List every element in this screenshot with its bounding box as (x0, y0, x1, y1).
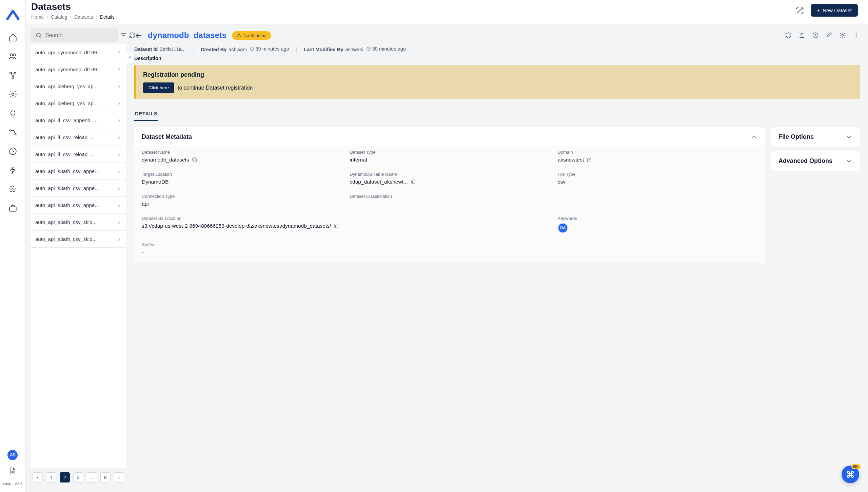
page-1[interactable]: 1 (46, 472, 56, 482)
copy-icon[interactable] (411, 179, 416, 185)
user-avatar[interactable]: AS (7, 450, 18, 460)
gear-icon[interactable] (8, 90, 18, 99)
prediction-icon[interactable] (8, 109, 18, 118)
registration-banner: Registration pending Click here to conti… (134, 65, 860, 99)
card-title: Advanced Options (778, 157, 832, 165)
page-8[interactable]: 8 (100, 472, 111, 482)
crumb-datasets[interactable]: Datasets (74, 14, 93, 20)
breadcrumb: Home › Catalog › Datasets › Details (31, 14, 115, 20)
search-input[interactable] (45, 32, 113, 38)
app-logo (5, 7, 21, 23)
page-...[interactable]: ... (87, 472, 97, 482)
sync-icon[interactable] (785, 32, 792, 39)
external-link-icon[interactable] (587, 157, 592, 163)
page-2[interactable]: 2 (60, 472, 70, 482)
page-prev[interactable]: ‹ (33, 472, 43, 482)
keyword-chip[interactable]: OA (558, 223, 568, 233)
chevron-up-icon (751, 134, 757, 140)
list-item[interactable]: auto_api_s3ath_csv_skip... (31, 214, 126, 231)
settings-gear-icon[interactable] (839, 32, 846, 39)
svg-rect-21 (412, 181, 415, 184)
clock-icon (250, 46, 254, 51)
chevron-right-icon (117, 101, 121, 106)
field-label: Connection Type (142, 194, 341, 199)
users-icon[interactable] (8, 52, 18, 61)
field-label: Keywords (558, 216, 757, 221)
target-location-value: DynamoDB (142, 179, 341, 185)
refresh-icon[interactable] (129, 31, 136, 39)
chevron-right-icon (117, 169, 121, 174)
banner-title: Registration pending (143, 71, 852, 78)
briefcase-icon[interactable] (8, 204, 18, 213)
chevron-right-icon (117, 220, 121, 225)
chevron-right-icon (117, 67, 121, 72)
command-fab[interactable]: 99+ (842, 466, 859, 483)
svg-point-17 (856, 36, 857, 37)
banner-text: to continue Dataset registration (178, 85, 253, 91)
svg-point-16 (856, 35, 857, 36)
history-icon[interactable] (812, 32, 819, 39)
page-title: Datasets (31, 1, 115, 12)
svg-rect-20 (194, 159, 196, 162)
modified-time: 39 minutes ago (372, 46, 406, 52)
list-item[interactable]: auto_api_iceberg_yes_ap... (31, 95, 126, 112)
advanced-options-toggle[interactable]: Advanced Options (771, 151, 860, 171)
water-icon[interactable] (8, 185, 18, 194)
more-icon[interactable] (852, 32, 860, 39)
svg-point-11 (13, 186, 14, 187)
copy-icon[interactable] (334, 223, 339, 229)
svg-point-1 (13, 54, 16, 56)
new-dataset-button[interactable]: + New Dataset (811, 4, 858, 17)
crumb-home[interactable]: Home (31, 14, 44, 20)
chevron-right-icon (117, 84, 121, 89)
filter-icon[interactable] (120, 31, 127, 39)
pagination: ‹ 123...8 › (31, 468, 126, 487)
dataset-name-value: dynamodb_datasets (142, 157, 189, 163)
clock-icon[interactable] (8, 147, 18, 156)
chevron-right-icon: › (96, 14, 97, 20)
fab-badge: 99+ (851, 464, 861, 469)
tab-details[interactable]: DETAILS (134, 107, 158, 121)
banner-click-here-button[interactable]: Click here (143, 82, 174, 93)
svg-rect-22 (336, 225, 338, 228)
list-item[interactable]: auto_api_s3ath_csv_appe... (31, 163, 126, 180)
list-item[interactable]: auto_api_s3ath_csv_appe... (31, 180, 126, 197)
list-item[interactable]: auto_api_lf_csv_reload_... (31, 146, 126, 163)
document-icon[interactable] (8, 466, 17, 476)
bolt-icon[interactable] (8, 166, 18, 175)
field-label: Dataset S3 Location (142, 216, 550, 221)
dataset-title: dynamodb_datasets (148, 31, 226, 40)
list-item[interactable]: auto_api_dynamodb_dt169... (31, 44, 126, 61)
svg-point-4 (12, 77, 14, 78)
svg-point-8 (15, 133, 16, 135)
field-label: Dataset Classification (350, 194, 549, 199)
network-icon[interactable] (8, 71, 18, 80)
file-options-toggle[interactable]: File Options (771, 127, 860, 147)
crumb-catalog[interactable]: Catalog (51, 14, 67, 20)
dataset-list: auto_api_dynamodb_dt169...auto_api_dynam… (31, 44, 126, 468)
tools-icon[interactable] (795, 6, 805, 15)
list-item[interactable]: auto_api_dynamodb_dt169... (31, 61, 126, 78)
created-time: 39 minutes ago (256, 46, 289, 52)
list-item[interactable]: auto_api_s3ath_csv_appe... (31, 197, 126, 214)
search-input-wrap[interactable] (31, 29, 118, 42)
svg-point-14 (842, 35, 844, 36)
chevron-down-icon (846, 134, 852, 140)
flow-icon[interactable] (8, 128, 18, 137)
page-next[interactable]: › (114, 472, 124, 482)
field-label: Dataset Type (350, 150, 549, 155)
edit-icon[interactable] (825, 32, 833, 39)
list-item[interactable]: auto_api_iceberg_yes_ap... (31, 78, 126, 95)
list-item[interactable]: auto_api_lf_csv_reload_... (31, 129, 126, 146)
home-icon[interactable] (8, 33, 18, 42)
svg-point-15 (856, 33, 857, 34)
list-item[interactable]: auto_api_s3ath_csv_skip... (31, 231, 126, 248)
chevron-right-icon (117, 186, 121, 191)
page-3[interactable]: 3 (73, 472, 83, 482)
svg-rect-12 (9, 207, 16, 211)
metadata-card-toggle[interactable]: Dataset Metadata (134, 127, 765, 147)
collapse-sidebar-button[interactable] (126, 52, 134, 63)
upload-icon[interactable] (798, 32, 806, 39)
copy-icon[interactable] (192, 157, 197, 163)
list-item[interactable]: auto_api_lf_csv_append_... (31, 112, 126, 129)
